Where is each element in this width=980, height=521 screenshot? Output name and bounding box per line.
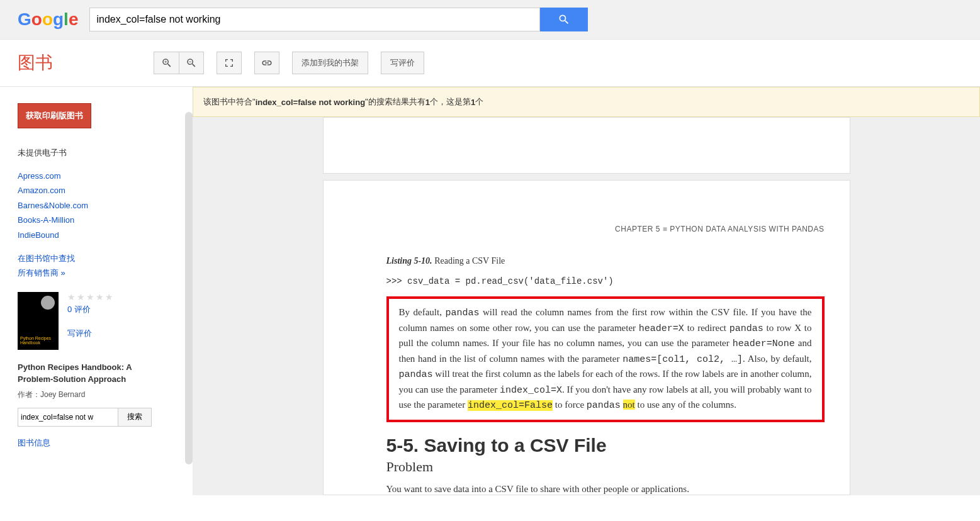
sidebar-scrollbar[interactable]	[185, 112, 193, 464]
find-library-link[interactable]: 在图书馆中查找	[18, 251, 167, 266]
inpage-search-button[interactable]: 搜索	[118, 408, 152, 427]
previous-page-edge	[323, 117, 850, 174]
book-page: CHAPTER 5 ■ PYTHON DATA ANALYSIS WITH PA…	[323, 180, 850, 495]
highlight-indexcol: index_col=False	[468, 400, 553, 411]
inpage-search-input[interactable]	[18, 408, 118, 427]
listing-title: Reading a CSV File	[432, 256, 505, 266]
content-area: 获取印刷版图书 未提供电子书 Apress.com Amazon.com Bar…	[0, 87, 980, 495]
add-to-shelf-button[interactable]: 添加到我的书架	[292, 52, 368, 74]
highlight-not: not	[623, 400, 635, 410]
book-viewer[interactable]: CHAPTER 5 ■ PYTHON DATA ANALYSIS WITH PA…	[193, 117, 980, 495]
book-author: 作者：Joey Bernard	[18, 389, 167, 400]
zoom-out-icon	[186, 57, 197, 69]
problem-text: You want to save data into a CSV file to…	[386, 484, 825, 495]
zoom-out-button[interactable]	[179, 52, 204, 74]
no-ebook-label: 未提供电子书	[18, 147, 167, 159]
book-info-link[interactable]: 图书信息	[18, 435, 167, 450]
section-title: 5-5. Saving to a CSV File	[386, 435, 825, 456]
store-link-indie[interactable]: IndieBound	[18, 228, 167, 242]
results-banner: 该图书中符合"index_col=false not working"的搜索结果…	[193, 87, 980, 117]
paragraph-text: By default, pandas will read the column …	[399, 305, 812, 413]
search-input[interactable]	[89, 8, 540, 31]
listing-label: Listing 5-10.	[386, 256, 432, 266]
toolbar: 图书 添加到我的书架 写评价	[0, 40, 980, 87]
sidebar: 获取印刷版图书 未提供电子书 Apress.com Amazon.com Bar…	[0, 87, 185, 495]
store-link-apress[interactable]: Apress.com	[18, 169, 167, 183]
write-review-button[interactable]: 写评价	[381, 52, 424, 74]
zoom-in-button[interactable]	[154, 52, 179, 74]
google-logo[interactable]: Google	[18, 9, 78, 30]
write-review-link[interactable]: 写评价	[67, 326, 115, 340]
store-link-amazon[interactable]: Amazon.com	[18, 183, 167, 198]
store-link-bn[interactable]: Barnes&Noble.com	[18, 198, 167, 213]
code-block: >>> csv_data = pd.read_csv('data_file.cs…	[386, 276, 825, 286]
reviews-count-link[interactable]: 0 评价	[67, 302, 115, 317]
rating-stars: ★★★★★	[67, 292, 115, 302]
problem-heading: Problem	[386, 459, 825, 475]
search-icon	[558, 13, 570, 26]
books-label[interactable]: 图书	[18, 51, 53, 75]
zoom-in-icon	[161, 57, 172, 69]
highlighted-paragraph: By default, pandas will read the column …	[386, 296, 825, 422]
zoom-group	[154, 52, 204, 74]
main-area: 该图书中符合"index_col=false not working"的搜索结果…	[193, 87, 980, 495]
link-icon	[261, 57, 273, 69]
link-button[interactable]	[254, 52, 279, 74]
header-bar: Google	[0, 0, 980, 40]
store-link-bam[interactable]: Books-A-Million	[18, 213, 167, 227]
get-print-button[interactable]: 获取印刷版图书	[18, 103, 91, 128]
chapter-header: CHAPTER 5 ■ PYTHON DATA ANALYSIS WITH PA…	[386, 225, 825, 233]
book-cover[interactable]: Python Recipes Handbook	[18, 292, 59, 350]
fullscreen-button[interactable]	[217, 52, 242, 74]
search-button[interactable]	[540, 8, 588, 31]
book-title: Python Recipes Handbook: A Problem-Solut…	[18, 361, 162, 386]
all-sellers-link[interactable]: 所有销售商 »	[18, 266, 167, 280]
search-box	[89, 8, 588, 31]
fullscreen-icon	[224, 58, 234, 68]
